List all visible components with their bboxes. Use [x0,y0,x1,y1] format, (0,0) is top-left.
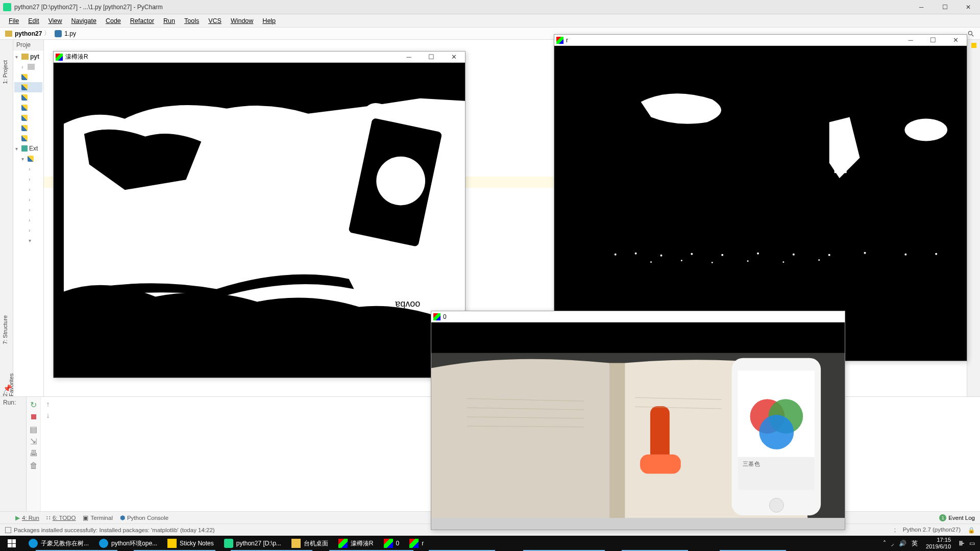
minimize-button[interactable]: ─ [899,35,922,46]
folder-icon [5,31,12,37]
project-panel[interactable]: Proje ▾pyt › ▾Ext ▾ › › › › › › › [13,40,44,396]
taskbar-item[interactable]: 台机桌面 [286,536,333,551]
tree-row[interactable]: ▾Ext [14,143,42,154]
action-center-icon[interactable]: ▭ [969,540,975,547]
menu-view[interactable]: View [44,15,67,27]
clock[interactable]: 17:15 2019/6/10 [923,537,954,550]
minimize-button[interactable]: ─ [398,52,420,63]
up-button[interactable]: ↑ [46,400,50,408]
svg-point-25 [904,254,906,256]
tree-row[interactable]: › [14,184,42,194]
taskbar-item[interactable]: Sticky Notes [162,536,219,551]
svg-point-23 [828,254,830,256]
lock-icon[interactable]: 🔒 [968,527,975,534]
cv-titlebar[interactable]: 濠樽湊R ─ ☐ ✕ [54,52,465,63]
menu-window[interactable]: Window [226,15,258,27]
tray-app-icon[interactable]: ⊪ [959,540,964,547]
start-button[interactable] [0,536,23,551]
menu-tools[interactable]: Tools [180,15,204,27]
menu-run[interactable]: Run [159,15,180,27]
svg-point-24 [864,252,866,254]
pycharm-icon [3,3,11,11]
trash-button[interactable]: 🗑 [29,461,38,470]
maximize-button[interactable]: ☐ [933,0,957,14]
tree-row[interactable]: ▾ [14,235,42,245]
menu-file[interactable]: File [4,15,23,27]
minimize-button[interactable]: ─ [910,0,933,14]
breadcrumb-project[interactable]: python27 [15,30,42,37]
taskbar-item[interactable]: r [404,536,429,551]
event-log-button[interactable]: 1 Event Log [939,514,975,521]
menu-code[interactable]: Code [101,15,126,27]
tree-row[interactable]: › [14,225,42,235]
menu-vcs[interactable]: VCS [204,15,226,27]
tree-row[interactable]: › [14,174,42,184]
taskbar-item[interactable]: 濠樽湊R [333,536,379,551]
menu-refactor[interactable]: Refactor [126,15,159,27]
taskbar-item[interactable]: 子豪兄教你在树... [23,536,94,551]
soft-wrap-button[interactable]: ⇲ [29,437,38,446]
tree-row[interactable]: › [14,205,42,215]
volume-icon[interactable]: 🔊 [899,540,906,547]
menu-navigate[interactable]: Navigate [67,15,101,27]
status-interpreter[interactable]: Python 2.7 (python27) [903,527,961,534]
event-badge: 1 [939,514,946,521]
browser-icon [99,539,108,548]
maximize-button[interactable]: ☐ [420,52,443,63]
cv-window-1[interactable]: 濠樽湊R ─ ☐ ✕ oovba [53,51,465,378]
svg-point-15 [904,119,947,141]
titlebar[interactable]: python27 [D:\python27] - ...\1.py [pytho… [0,0,980,14]
tree-row[interactable]: › [14,194,42,205]
taskbar-item[interactable]: python27 [D:\p... [219,536,286,551]
maximize-button[interactable]: ☐ [922,35,944,46]
tab-python-console[interactable]: ⬢Python Console [120,514,168,521]
python-file-icon [55,30,62,37]
tab-todo[interactable]: ∷6: TODO [46,514,76,521]
opencv-icon [56,54,63,61]
pin-icon[interactable]: 📌 [3,384,12,392]
opencv-icon [338,539,348,548]
wifi-icon[interactable]: ◞ [891,540,894,547]
sticky-notes-icon [167,539,177,548]
close-button[interactable]: ✕ [443,52,465,63]
cv-titlebar[interactable]: r ─ ☐ ✕ [554,35,967,46]
tree-row[interactable] [14,72,42,82]
ime-indicator[interactable]: 英 [912,539,918,548]
down-button[interactable]: ↓ [46,411,50,419]
breadcrumb-file[interactable]: 1.py [64,30,76,37]
tree-row[interactable]: › [14,62,42,72]
cv-titlebar[interactable]: 0 [431,311,845,322]
status-message[interactable]: Packages installed successfully: Install… [5,527,215,533]
tree-row[interactable] [14,123,42,133]
print-button[interactable]: 🖶 [29,449,38,458]
tray-chevron-up-icon[interactable]: ˄ [883,540,886,547]
tree-row[interactable] [14,133,42,143]
tab-run[interactable]: ▶4: Run [15,514,39,521]
menu-edit[interactable]: Edit [23,15,44,27]
layout-button[interactable]: ▤ [29,424,38,434]
rerun-button[interactable]: ↻ [29,400,38,409]
tree-row[interactable]: › [14,164,42,174]
taskbar-item[interactable]: 0 [379,536,405,551]
warning-stripe-icon[interactable] [971,43,976,48]
close-button[interactable]: ✕ [944,35,967,46]
stop-button[interactable] [29,412,38,421]
browser-icon [29,539,38,548]
tree-row[interactable]: › [14,215,42,225]
taskbar-item[interactable]: python环境ope... [94,536,162,551]
tree-row[interactable] [14,92,42,103]
tree-row[interactable] [14,103,42,113]
tab-project[interactable]: 1: Project [2,60,8,84]
tree-row[interactable] [14,113,42,123]
pycharm-icon [224,539,233,548]
tab-terminal[interactable]: ▣Terminal [83,514,112,521]
tree-row[interactable] [14,82,42,92]
cv-window-3[interactable]: 0 三基色 [431,311,845,530]
tree-row[interactable]: ▾ [14,154,42,164]
tree-row[interactable]: ▾pyt [14,52,42,62]
tab-structure[interactable]: 7: Structure [2,315,8,344]
svg-point-29 [712,262,713,263]
close-button[interactable]: ✕ [957,0,980,14]
cv-title: r [566,37,568,44]
menu-help[interactable]: Help [258,15,280,27]
